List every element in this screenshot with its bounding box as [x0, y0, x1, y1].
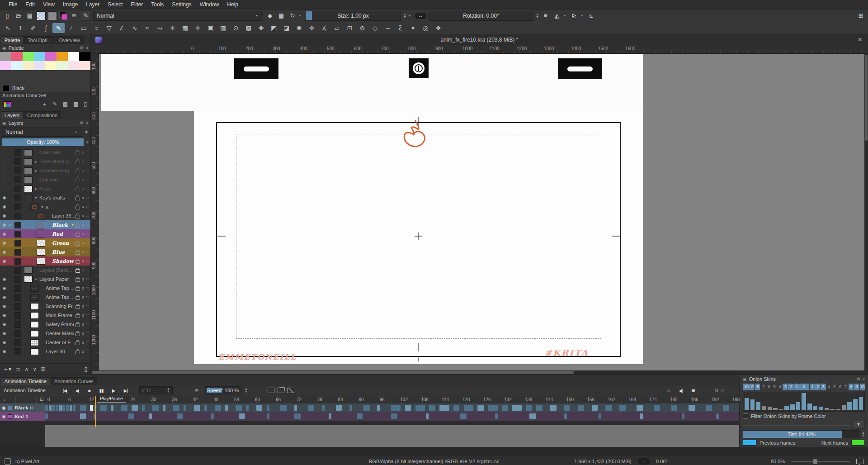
keyframe-cell[interactable] [619, 405, 626, 411]
preserve-alpha-icon[interactable]: ▦ [277, 11, 286, 20]
layer-lock-icon[interactable] [75, 233, 80, 237]
tool-similar-select[interactable]: ✦ [407, 23, 419, 33]
tint-spinner[interactable]: ▲▼ [862, 432, 865, 437]
onion-opacity-bar[interactable] [847, 402, 852, 410]
layer-visibility-icon[interactable]: ◉ [1, 349, 7, 354]
onion-opacity-bar[interactable] [756, 402, 760, 410]
keyframe-cell[interactable] [90, 405, 93, 411]
onion-frame-number[interactable]: -9 [749, 384, 754, 390]
layer-lock-icon[interactable] [75, 224, 80, 228]
keyframe-cell[interactable] [640, 413, 643, 419]
track-visibility-icon[interactable]: ◉ [2, 405, 6, 410]
tool-crop[interactable]: ▣ [204, 23, 217, 33]
remove-frame-icon[interactable] [288, 388, 294, 393]
save-palette-icon[interactable]: ▤ [63, 101, 68, 107]
onion-opacity-bar[interactable] [790, 404, 795, 410]
layer-visibility-icon[interactable]: ○ [1, 186, 7, 191]
onion-frame-number[interactable]: -7 [760, 384, 765, 390]
tool-edit-shapes[interactable]: ✐ [27, 23, 39, 33]
layer-style-icon[interactable]: ∷ [86, 223, 89, 227]
menu-item-select[interactable]: Select [104, 0, 127, 9]
keyframe-cell[interactable] [453, 405, 460, 411]
tool-bezier-curve[interactable]: ∿ [128, 23, 141, 33]
zoom-slider[interactable] [791, 461, 850, 462]
menu-item-filter[interactable]: Filter [127, 0, 147, 9]
tool-transform[interactable]: ▦ [179, 23, 191, 33]
onion-opacity-bar[interactable] [825, 408, 829, 410]
layer-row-anime-tap-[interactable]: ◉ Anime Tap ...α∷ [0, 293, 90, 302]
eraser-mode-icon[interactable]: ◆ [265, 11, 274, 20]
layer-row-scanning-fr-[interactable]: ◉ Scanning Fr...α∷ [0, 302, 90, 311]
docker-lock-icon[interactable]: ◉ [2, 121, 6, 126]
palette-set-icon[interactable] [4, 101, 11, 107]
frame-actions-icon[interactable] [268, 388, 274, 393]
menu-item-window[interactable]: Window [196, 0, 223, 9]
layer-lock-icon[interactable] [75, 269, 80, 273]
layer-visibility-icon[interactable]: ◉ [1, 241, 7, 245]
keyframe-cell[interactable] [502, 405, 508, 411]
layer-style-icon[interactable]: ∷ [86, 150, 89, 155]
layer-row-black[interactable]: ◉✓ Black●α∷ [0, 220, 90, 229]
menu-item-file[interactable]: File [5, 0, 21, 9]
palette-swatch[interactable] [57, 61, 68, 70]
tab-palette[interactable]: Palette [1, 36, 24, 44]
add-layer-icon[interactable]: ＋▾ [3, 365, 11, 373]
layer-expand-icon[interactable]: ▸ [34, 160, 38, 164]
alpha-lock-icon[interactable]: α [82, 268, 84, 272]
current-frame-spinbox[interactable]: # 11 ▲▼ [139, 386, 173, 394]
track-frames[interactable] [45, 412, 739, 421]
layer-visibility-icon[interactable]: ◉ [1, 286, 7, 290]
speed-spinner[interactable]: ▲▼ [245, 388, 248, 393]
layer-row-layout-paper[interactable]: ◉ ▾Layout Paperα∷ [0, 275, 90, 284]
palette-swatch[interactable] [79, 61, 90, 70]
layer-row-layer-40[interactable]: ◉ Layer 40α∷ [0, 347, 90, 356]
docker-lock-icon[interactable]: ◉ [743, 377, 747, 382]
canvas-rotation-icon[interactable]: ↔ [638, 458, 650, 465]
tool-zoom[interactable]: ◎ [420, 23, 432, 33]
layer-row-shadow[interactable]: ◉ Shadowα∷ [0, 256, 90, 266]
keyframe-cell[interactable] [599, 413, 601, 419]
layer-visibility-icon[interactable]: ◉ [1, 250, 7, 254]
layer-properties-icon[interactable]: ≣ [41, 366, 45, 372]
timeline-zoom-icon[interactable]: ⊡ [40, 397, 43, 402]
layer-row-red[interactable]: ◉ Red●α∷ [0, 229, 90, 238]
keyframe-cell[interactable] [460, 413, 467, 419]
keyframe-cell[interactable] [682, 413, 684, 419]
layer-style-icon[interactable]: ∷ [86, 304, 89, 308]
tool-polygon[interactable]: ▽ [103, 23, 115, 33]
chevron-down-icon[interactable]: ▾ [581, 14, 585, 18]
layer-lock-icon[interactable] [75, 260, 80, 264]
keyframe-cell[interactable] [512, 405, 522, 411]
keyframe-cell[interactable] [706, 405, 712, 411]
track-frames[interactable] [45, 403, 739, 412]
playhead[interactable] [95, 396, 96, 427]
layer-row-keys[interactable]: ○ ▸Keysα∷ [0, 184, 90, 193]
keyframe-cell[interactable] [111, 405, 113, 411]
alpha-lock-icon[interactable]: α [82, 277, 84, 281]
layer-style-icon[interactable]: ∷ [86, 313, 89, 318]
tab-animation-curves[interactable]: Animation Curves [51, 377, 97, 385]
palette-swatch[interactable] [45, 61, 57, 70]
layer-row-blue[interactable]: ◉ Blueα∷ [0, 247, 90, 256]
layer-visibility-icon[interactable]: ○ [1, 150, 7, 155]
layer-lock-icon[interactable] [75, 296, 80, 300]
onion-opacity-bar[interactable] [836, 409, 840, 410]
tool-rectangle[interactable]: ▭ [78, 23, 90, 33]
layer-style-icon[interactable]: ∷ [86, 241, 89, 245]
layer-row-a[interactable]: ◉ ▾aα∷ [0, 202, 90, 211]
rotation-spinner[interactable]: ▲▼ [536, 13, 539, 19]
keyframe-cell[interactable] [391, 413, 397, 419]
keyframe-cell[interactable] [564, 413, 567, 419]
horizontal-scroll-handle[interactable] [92, 371, 574, 374]
keyframe-cell[interactable] [149, 413, 152, 419]
layer-style-icon[interactable]: ∷ [86, 331, 89, 336]
onion-opacity-bar[interactable] [762, 406, 766, 410]
keyframe-cell[interactable] [391, 405, 401, 411]
keyframe-cell[interactable] [689, 405, 695, 411]
tool-reference-images[interactable]: ▱ [331, 23, 343, 33]
keyframe-cell[interactable] [308, 405, 314, 411]
keyframe-cell[interactable] [294, 405, 297, 411]
layer-lock-icon[interactable] [75, 170, 80, 173]
tool-assistants[interactable]: ✜ [306, 23, 318, 33]
layer-style-icon[interactable]: ∷ [86, 268, 89, 272]
